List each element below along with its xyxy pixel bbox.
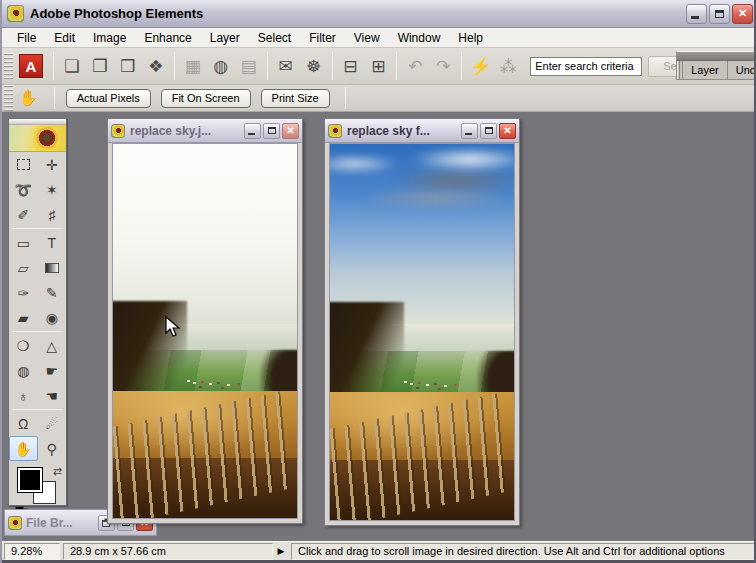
- workspace: ✛ ➰ ✶ ✐ ♯ ▭ T ▱ ✑ ✎ ▰ ◉ ❍ △ ◍ ☛ ♁ ☚: [2, 112, 756, 541]
- print-preview-icon[interactable]: ⊞: [365, 53, 391, 79]
- pencil-tool[interactable]: ✎: [38, 280, 67, 305]
- print-size-button[interactable]: Print Size: [261, 89, 330, 108]
- type-tool[interactable]: T: [38, 230, 67, 255]
- blur-tool[interactable]: ❍: [9, 333, 38, 358]
- maximize-icon: [485, 127, 493, 134]
- doc2-minimize-button[interactable]: [461, 123, 478, 139]
- hand-tool[interactable]: ✋: [9, 436, 38, 461]
- browse-icon[interactable]: ❒: [115, 53, 141, 79]
- open-file-icon[interactable]: ❐: [87, 53, 113, 79]
- menu-file[interactable]: File: [8, 29, 45, 47]
- quick-fix-icon[interactable]: ⚡: [467, 53, 493, 79]
- print-icon[interactable]: ⊟: [338, 53, 364, 79]
- sharpen-tool[interactable]: △: [38, 333, 67, 358]
- doc1-titlebar[interactable]: replace sky.j... ✕: [108, 119, 302, 143]
- palette-tab-undo[interactable]: Undo: [728, 61, 756, 79]
- step-backward-icon[interactable]: ↶: [402, 53, 428, 79]
- swap-colors-icon[interactable]: ⇄: [53, 465, 62, 478]
- foreground-color-swatch[interactable]: [17, 467, 43, 493]
- doc1-canvas[interactable]: [112, 143, 298, 519]
- paint-bucket-tool[interactable]: ▱: [9, 255, 38, 280]
- zoom-tool[interactable]: ⚲: [38, 436, 67, 461]
- options-grip[interactable]: [4, 85, 13, 111]
- sponge-tool[interactable]: ◍: [9, 358, 38, 383]
- maximize-icon: [268, 127, 276, 134]
- shape-tool[interactable]: ▭: [9, 230, 38, 255]
- menu-view[interactable]: View: [345, 29, 389, 47]
- cloud: [330, 155, 400, 173]
- smudge-tool[interactable]: ☛: [38, 358, 67, 383]
- lasso-tool[interactable]: ➰: [9, 177, 38, 202]
- crop-tool[interactable]: ♯: [38, 202, 67, 227]
- minimize-button[interactable]: [686, 4, 707, 24]
- fit-on-screen-button[interactable]: Fit On Screen: [161, 89, 251, 108]
- close-button[interactable]: ✕: [732, 4, 753, 24]
- doc2-titlebar[interactable]: replace sky f... ✕: [325, 119, 519, 143]
- brush-tool[interactable]: ✑: [9, 280, 38, 305]
- toolbox-sunflower-image: [9, 125, 66, 152]
- menu-help[interactable]: Help: [449, 29, 492, 47]
- move-tool[interactable]: ✛: [38, 152, 67, 177]
- online-services-icon[interactable]: ☸: [301, 53, 327, 79]
- import-icon[interactable]: ❖: [143, 53, 169, 79]
- doc1-icon: [111, 124, 125, 138]
- attach-email-icon[interactable]: ✉: [273, 53, 299, 79]
- menu-window[interactable]: Window: [389, 29, 450, 47]
- new-file-icon[interactable]: ❏: [59, 53, 85, 79]
- menu-image[interactable]: Image: [84, 29, 135, 47]
- clone-stamp-tool[interactable]: Ω: [9, 411, 38, 436]
- status-menu-arrow[interactable]: ▶: [273, 543, 289, 560]
- marquee-tool[interactable]: [9, 152, 38, 177]
- palette-tab-layers[interactable]: Layer: [683, 61, 728, 79]
- red-eye-brush-tool[interactable]: ◉: [38, 305, 67, 330]
- create-pdf-icon[interactable]: ▤: [236, 53, 262, 79]
- menu-layer[interactable]: Layer: [201, 29, 249, 47]
- photo-sky: [113, 144, 297, 324]
- doc2-title: replace sky f...: [347, 124, 461, 138]
- photo-replaced-sky: [330, 144, 514, 520]
- app-window: Adobe Photoshop Elements ✕ File Edit Ima…: [0, 0, 756, 563]
- shortcuts-grip[interactable]: [4, 53, 13, 79]
- dodge-tool[interactable]: ♁: [9, 383, 38, 408]
- document-dimensions: 28.9 cm x 57.66 cm: [63, 543, 273, 560]
- save-icon[interactable]: ▦: [180, 53, 206, 79]
- palette-well: Layer Undo: [676, 51, 756, 80]
- eyedropper-tool[interactable]: ☄: [38, 411, 67, 436]
- search-input[interactable]: [530, 57, 642, 76]
- menu-bar: File Edit Image Enhance Layer Select Fil…: [2, 28, 756, 48]
- step-forward-icon[interactable]: ↷: [430, 53, 456, 79]
- burn-tool[interactable]: ☚: [38, 383, 67, 408]
- options-bar: ✋ Actual Pixels Fit On Screen Print Size: [2, 85, 756, 112]
- gradient-icon: [45, 263, 59, 273]
- doc2-canvas[interactable]: [329, 143, 515, 521]
- magic-wand-tool[interactable]: ✶: [38, 177, 67, 202]
- status-hint-text: Click and drag to scroll image in desire…: [291, 543, 756, 560]
- marquee-icon: [17, 159, 30, 170]
- minimize-icon: [465, 133, 472, 135]
- menu-filter[interactable]: Filter: [300, 29, 345, 47]
- document-window-1: replace sky.j... ✕: [107, 118, 303, 524]
- zoom-level-field[interactable]: 9.28%: [4, 543, 60, 560]
- save-for-web-icon[interactable]: ◍: [208, 53, 234, 79]
- menu-enhance[interactable]: Enhance: [135, 29, 200, 47]
- app-title: Adobe Photoshop Elements: [30, 6, 686, 21]
- doc1-close-button[interactable]: ✕: [282, 123, 299, 139]
- doc1-minimize-button[interactable]: [244, 123, 261, 139]
- adobe-logo-icon[interactable]: A: [19, 54, 43, 78]
- doc1-maximize-button[interactable]: [263, 123, 280, 139]
- hand-tool-icon: ✋: [19, 89, 38, 107]
- gradient-tool[interactable]: [38, 255, 67, 280]
- selection-brush-tool[interactable]: ✐: [9, 202, 38, 227]
- maximize-icon: [715, 10, 724, 18]
- app-titlebar[interactable]: Adobe Photoshop Elements ✕: [2, 0, 756, 28]
- menu-select[interactable]: Select: [249, 29, 300, 47]
- menu-edit[interactable]: Edit: [45, 29, 84, 47]
- doc2-maximize-button[interactable]: [480, 123, 497, 139]
- color-variations-icon[interactable]: ⁂: [495, 53, 521, 79]
- doc2-close-button[interactable]: ✕: [499, 123, 516, 139]
- eraser-tool[interactable]: ▰: [9, 305, 38, 330]
- minimize-icon: [691, 16, 699, 19]
- maximize-button[interactable]: [709, 4, 730, 24]
- actual-pixels-button[interactable]: Actual Pixels: [66, 89, 151, 108]
- minimize-icon: [248, 133, 255, 135]
